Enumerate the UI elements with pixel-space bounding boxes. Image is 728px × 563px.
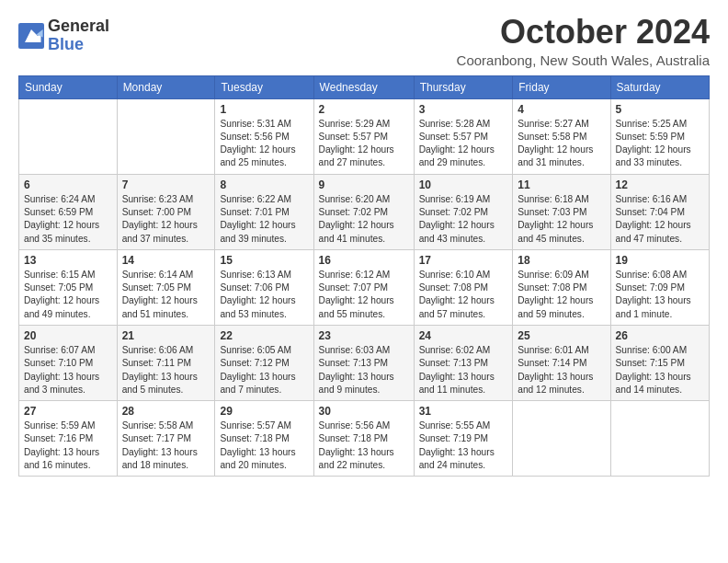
calendar-cell xyxy=(19,98,118,174)
day-detail: Sunrise: 6:00 AM Sunset: 7:15 PM Dayligh… xyxy=(616,344,704,396)
week-row-4: 20Sunrise: 6:07 AM Sunset: 7:10 PM Dayli… xyxy=(19,325,710,400)
day-number: 3 xyxy=(419,103,508,116)
col-thursday: Thursday xyxy=(414,75,513,98)
month-title: October 2024 xyxy=(457,14,710,51)
day-detail: Sunrise: 5:55 AM Sunset: 7:19 PM Dayligh… xyxy=(419,419,508,472)
day-detail: Sunrise: 6:15 AM Sunset: 7:05 PM Dayligh… xyxy=(24,269,112,321)
calendar-cell: 13Sunrise: 6:15 AM Sunset: 7:05 PM Dayli… xyxy=(19,249,118,325)
col-saturday: Saturday xyxy=(610,75,709,98)
week-row-3: 13Sunrise: 6:15 AM Sunset: 7:05 PM Dayli… xyxy=(19,249,710,325)
day-number: 8 xyxy=(220,178,308,191)
day-detail: Sunrise: 5:56 AM Sunset: 7:18 PM Dayligh… xyxy=(319,419,409,472)
logo-text: General Blue xyxy=(48,17,109,54)
calendar-cell: 20Sunrise: 6:07 AM Sunset: 7:10 PM Dayli… xyxy=(19,325,118,400)
day-number: 21 xyxy=(122,329,210,342)
day-number: 2 xyxy=(319,103,409,116)
day-number: 12 xyxy=(616,178,704,191)
day-detail: Sunrise: 6:18 AM Sunset: 7:03 PM Dayligh… xyxy=(518,193,605,246)
calendar-cell: 26Sunrise: 6:00 AM Sunset: 7:15 PM Dayli… xyxy=(610,325,709,400)
day-number: 7 xyxy=(122,178,210,191)
day-detail: Sunrise: 5:28 AM Sunset: 5:57 PM Dayligh… xyxy=(419,118,508,170)
day-detail: Sunrise: 6:24 AM Sunset: 6:59 PM Dayligh… xyxy=(24,193,112,246)
calendar-cell: 10Sunrise: 6:19 AM Sunset: 7:02 PM Dayli… xyxy=(414,174,513,249)
day-detail: Sunrise: 6:20 AM Sunset: 7:02 PM Dayligh… xyxy=(319,193,409,246)
calendar-cell: 27Sunrise: 5:59 AM Sunset: 7:16 PM Dayli… xyxy=(19,401,118,477)
calendar-cell: 28Sunrise: 5:58 AM Sunset: 7:17 PM Dayli… xyxy=(117,401,215,477)
day-detail: Sunrise: 5:31 AM Sunset: 5:56 PM Dayligh… xyxy=(220,118,308,170)
day-detail: Sunrise: 5:59 AM Sunset: 7:16 PM Dayligh… xyxy=(24,419,112,472)
day-number: 23 xyxy=(319,329,409,342)
week-row-2: 6Sunrise: 6:24 AM Sunset: 6:59 PM Daylig… xyxy=(19,174,710,249)
day-number: 25 xyxy=(518,329,605,342)
calendar-cell: 31Sunrise: 5:55 AM Sunset: 7:19 PM Dayli… xyxy=(414,401,513,477)
day-detail: Sunrise: 5:58 AM Sunset: 7:17 PM Dayligh… xyxy=(122,419,210,472)
day-detail: Sunrise: 6:01 AM Sunset: 7:14 PM Dayligh… xyxy=(518,344,605,396)
calendar-cell: 24Sunrise: 6:02 AM Sunset: 7:13 PM Dayli… xyxy=(414,325,513,400)
day-detail: Sunrise: 5:27 AM Sunset: 5:58 PM Dayligh… xyxy=(518,118,605,170)
col-monday: Monday xyxy=(117,75,215,98)
day-number: 19 xyxy=(616,254,704,267)
page: General Blue October 2024 Cooranbong, Ne… xyxy=(0,0,728,486)
day-number: 6 xyxy=(24,178,112,191)
calendar-cell: 18Sunrise: 6:09 AM Sunset: 7:08 PM Dayli… xyxy=(513,249,610,325)
week-row-5: 27Sunrise: 5:59 AM Sunset: 7:16 PM Dayli… xyxy=(19,401,710,477)
calendar-cell: 12Sunrise: 6:16 AM Sunset: 7:04 PM Dayli… xyxy=(610,174,709,249)
calendar-cell: 7Sunrise: 6:23 AM Sunset: 7:00 PM Daylig… xyxy=(117,174,215,249)
day-number: 15 xyxy=(220,254,308,267)
calendar-cell: 9Sunrise: 6:20 AM Sunset: 7:02 PM Daylig… xyxy=(313,174,414,249)
day-number: 14 xyxy=(122,254,210,267)
day-number: 10 xyxy=(419,178,508,191)
day-detail: Sunrise: 6:07 AM Sunset: 7:10 PM Dayligh… xyxy=(24,344,112,396)
col-wednesday: Wednesday xyxy=(313,75,414,98)
day-detail: Sunrise: 6:02 AM Sunset: 7:13 PM Dayligh… xyxy=(419,344,508,396)
day-number: 16 xyxy=(319,254,409,267)
calendar-cell: 17Sunrise: 6:10 AM Sunset: 7:08 PM Dayli… xyxy=(414,249,513,325)
day-detail: Sunrise: 6:16 AM Sunset: 7:04 PM Dayligh… xyxy=(616,193,704,246)
day-detail: Sunrise: 6:22 AM Sunset: 7:01 PM Dayligh… xyxy=(220,193,308,246)
day-number: 22 xyxy=(220,329,308,342)
calendar-cell: 15Sunrise: 6:13 AM Sunset: 7:06 PM Dayli… xyxy=(215,249,313,325)
calendar-cell: 25Sunrise: 6:01 AM Sunset: 7:14 PM Dayli… xyxy=(513,325,610,400)
day-number: 18 xyxy=(518,254,605,267)
day-number: 20 xyxy=(24,329,112,342)
day-number: 28 xyxy=(122,405,210,418)
calendar-cell: 29Sunrise: 5:57 AM Sunset: 7:18 PM Dayli… xyxy=(215,401,313,477)
day-number: 17 xyxy=(419,254,508,267)
day-number: 27 xyxy=(24,405,112,418)
calendar-cell: 30Sunrise: 5:56 AM Sunset: 7:18 PM Dayli… xyxy=(313,401,414,477)
calendar-cell: 8Sunrise: 6:22 AM Sunset: 7:01 PM Daylig… xyxy=(215,174,313,249)
calendar-header-row: Sunday Monday Tuesday Wednesday Thursday… xyxy=(19,75,710,98)
day-number: 13 xyxy=(24,254,112,267)
col-sunday: Sunday xyxy=(19,75,118,98)
calendar-cell: 19Sunrise: 6:08 AM Sunset: 7:09 PM Dayli… xyxy=(610,249,709,325)
day-number: 24 xyxy=(419,329,508,342)
location-subtitle: Cooranbong, New South Wales, Australia xyxy=(457,52,710,68)
day-number: 29 xyxy=(220,405,308,418)
day-detail: Sunrise: 6:13 AM Sunset: 7:06 PM Dayligh… xyxy=(220,269,308,321)
calendar-cell xyxy=(610,401,709,477)
calendar-cell xyxy=(513,401,610,477)
calendar-cell: 1Sunrise: 5:31 AM Sunset: 5:56 PM Daylig… xyxy=(215,98,313,174)
calendar-table: Sunday Monday Tuesday Wednesday Thursday… xyxy=(18,75,710,477)
calendar-cell: 21Sunrise: 6:06 AM Sunset: 7:11 PM Dayli… xyxy=(117,325,215,400)
day-number: 5 xyxy=(616,103,704,116)
day-detail: Sunrise: 6:10 AM Sunset: 7:08 PM Dayligh… xyxy=(419,269,508,321)
day-number: 30 xyxy=(319,405,409,418)
day-detail: Sunrise: 5:25 AM Sunset: 5:59 PM Dayligh… xyxy=(616,118,704,170)
col-friday: Friday xyxy=(513,75,610,98)
day-number: 9 xyxy=(319,178,409,191)
calendar-cell: 23Sunrise: 6:03 AM Sunset: 7:13 PM Dayli… xyxy=(313,325,414,400)
day-number: 4 xyxy=(518,103,605,116)
calendar-cell: 11Sunrise: 6:18 AM Sunset: 7:03 PM Dayli… xyxy=(513,174,610,249)
day-detail: Sunrise: 5:29 AM Sunset: 5:57 PM Dayligh… xyxy=(319,118,409,170)
calendar-cell: 5Sunrise: 5:25 AM Sunset: 5:59 PM Daylig… xyxy=(610,98,709,174)
day-number: 31 xyxy=(419,405,508,418)
day-detail: Sunrise: 6:19 AM Sunset: 7:02 PM Dayligh… xyxy=(419,193,508,246)
day-detail: Sunrise: 6:03 AM Sunset: 7:13 PM Dayligh… xyxy=(319,344,409,396)
day-detail: Sunrise: 6:09 AM Sunset: 7:08 PM Dayligh… xyxy=(518,269,605,321)
day-detail: Sunrise: 6:12 AM Sunset: 7:07 PM Dayligh… xyxy=(319,269,409,321)
calendar-cell xyxy=(117,98,215,174)
calendar-cell: 6Sunrise: 6:24 AM Sunset: 6:59 PM Daylig… xyxy=(19,174,118,249)
col-tuesday: Tuesday xyxy=(215,75,313,98)
day-detail: Sunrise: 6:06 AM Sunset: 7:11 PM Dayligh… xyxy=(122,344,210,396)
